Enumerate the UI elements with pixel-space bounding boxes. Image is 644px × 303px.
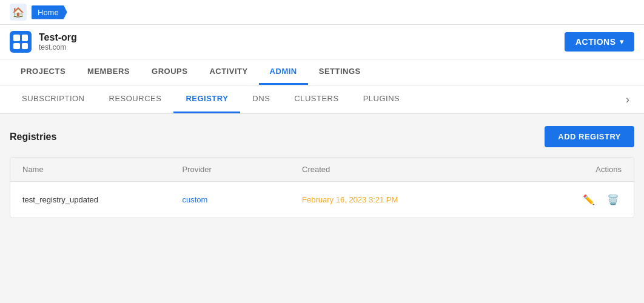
org-icon-dot — [13, 43, 20, 50]
org-icon-dot — [22, 43, 29, 50]
delete-icon[interactable]: 🗑️ — [605, 191, 622, 208]
edit-icon[interactable]: ✏️ — [580, 191, 597, 208]
breadcrumb-home[interactable]: Home — [32, 5, 67, 19]
nav-item-groups[interactable]: GROUPS — [141, 59, 198, 85]
col-header-created: Created — [302, 165, 542, 174]
subnav-item-clusters[interactable]: CLUSTERS — [282, 85, 351, 113]
sub-nav-more-icon[interactable]: › — [621, 87, 634, 112]
nav-item-members[interactable]: MEMBERS — [76, 59, 141, 85]
org-icon — [10, 31, 32, 53]
col-header-actions: Actions — [542, 165, 622, 174]
org-name: Test-org — [39, 32, 77, 43]
section-header: Registries ADD REGISTRY — [10, 126, 634, 147]
sub-nav: SUBSCRIPTION RESOURCES REGISTRY DNS CLUS… — [0, 85, 644, 114]
subnav-item-resources[interactable]: RESOURCES — [97, 85, 174, 113]
org-icon-dot — [13, 35, 20, 41]
subnav-item-subscription[interactable]: SUBSCRIPTION — [10, 85, 97, 113]
cell-created: February 16, 2023 3:21 PM — [302, 195, 542, 204]
subnav-item-registry[interactable]: REGISTRY — [173, 85, 240, 113]
org-domain: test.com — [39, 43, 77, 52]
subnav-item-dns[interactable]: DNS — [240, 85, 282, 113]
nav-item-settings[interactable]: SETTINGS — [308, 59, 372, 85]
content-area: Registries ADD REGISTRY Name Provider Cr… — [0, 114, 644, 230]
actions-button[interactable]: ACTIONS ▾ — [565, 32, 634, 52]
table-header: Name Provider Created Actions — [10, 158, 634, 182]
col-header-name: Name — [22, 165, 182, 174]
add-registry-button[interactable]: ADD REGISTRY — [545, 126, 634, 147]
table-row: test_registry_updated custom February 16… — [10, 182, 634, 218]
cell-actions: ✏️ 🗑️ — [542, 191, 622, 208]
org-header: Test-org test.com ACTIONS ▾ — [0, 25, 644, 59]
cell-provider: custom — [182, 195, 302, 204]
nav-item-activity[interactable]: ACTIVITY — [198, 59, 258, 85]
subnav-item-plugins[interactable]: PLUGINS — [351, 85, 412, 113]
main-nav: PROJECTS MEMBERS GROUPS ACTIVITY ADMIN S… — [0, 59, 644, 85]
top-bar: 🏠 Home — [0, 0, 644, 25]
chevron-down-icon: ▾ — [620, 38, 624, 46]
org-icon-dot — [22, 35, 29, 41]
section-title: Registries — [10, 132, 56, 142]
org-name-block: Test-org test.com — [39, 32, 77, 52]
org-info: Test-org test.com — [10, 31, 77, 53]
col-header-provider: Provider — [182, 165, 302, 174]
nav-item-admin[interactable]: ADMIN — [259, 59, 308, 85]
nav-item-projects[interactable]: PROJECTS — [10, 59, 76, 85]
cell-name: test_registry_updated — [22, 195, 182, 204]
registries-table: Name Provider Created Actions test_regis… — [10, 157, 634, 218]
home-icon[interactable]: 🏠 — [10, 4, 27, 21]
